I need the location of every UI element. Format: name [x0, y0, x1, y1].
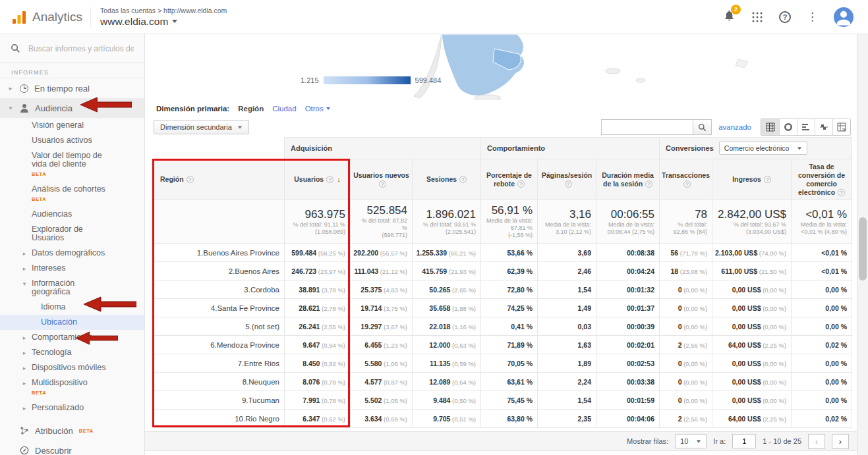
- sidebar-item-audiencias[interactable]: Audiencias: [0, 207, 144, 222]
- property-selector[interactable]: www.eldia.com: [100, 16, 227, 28]
- region-name[interactable]: (not set): [252, 323, 279, 331]
- sidebar-item-atribucion[interactable]: AtribuciónBETA: [0, 421, 144, 441]
- sidebar-item-multidispositivo[interactable]: ▸MultidispositivoBETA: [0, 375, 144, 400]
- sidebar-item-info-geografica[interactable]: ▾Información geográfica: [0, 276, 144, 300]
- prev-page-button[interactable]: ‹: [808, 434, 825, 449]
- goto-label: Ir a:: [713, 437, 726, 445]
- sidebar-item-audiencia[interactable]: ▾ Audiencia: [0, 98, 144, 118]
- cell-new_users: 292.200 (55,57 %): [351, 244, 413, 262]
- table-row: 6.Mendoza Province9.647 (0,94 %)6.455 (1…: [154, 336, 852, 354]
- view-percentage-icon[interactable]: [779, 119, 797, 135]
- advanced-link[interactable]: avanzado: [718, 123, 751, 131]
- kebab-menu-icon[interactable]: ⋮: [807, 11, 818, 23]
- dimension-region[interactable]: Región: [238, 105, 264, 113]
- secondary-dimension-button[interactable]: Dimensión secundaria: [154, 120, 249, 134]
- sidebar-search[interactable]: [0, 34, 144, 63]
- region-name[interactable]: Rio Negro: [245, 415, 279, 423]
- help-icon[interactable]: ?: [779, 11, 791, 23]
- cell-transactions: 0 (0,00 %): [660, 299, 712, 317]
- search-icon: [11, 43, 20, 53]
- region-name[interactable]: Neuquen: [248, 378, 279, 386]
- col-tasa-conversion[interactable]: Tasa de conversión de comercio electróni…: [792, 159, 852, 200]
- goto-page-input[interactable]: [732, 434, 756, 448]
- cell-bounce: 0,41 %: [481, 317, 538, 336]
- view-pivot-icon[interactable]: [832, 119, 850, 135]
- region-cell: 9.Tucuman: [154, 391, 285, 410]
- sidebar-item-realtime[interactable]: ▸ En tiempo real: [0, 78, 144, 98]
- col-sesiones[interactable]: Sesiones?: [413, 159, 481, 200]
- region-name[interactable]: Buenos Aires Province: [203, 249, 279, 257]
- sort-desc-icon: ↓: [337, 175, 341, 183]
- geo-map: 1.215 599.484: [145, 34, 857, 100]
- col-transacciones[interactable]: Transacciones?: [660, 159, 712, 200]
- sidebar-item-demograficos[interactable]: ▸Datos demográficos: [0, 246, 144, 261]
- sidebar-item-tecnologia[interactable]: ▸Tecnología: [0, 345, 144, 360]
- cell-sessions: 22.018 (1,16 %): [413, 317, 481, 336]
- region-name[interactable]: Santa Fe Province: [217, 304, 279, 312]
- sidebar-item-comportamiento[interactable]: ▸Comportamiento: [0, 330, 144, 345]
- col-paginas-sesion[interactable]: Páginas/sesión?: [538, 159, 596, 200]
- col-usuarios[interactable]: Usuarios?↓: [285, 159, 351, 200]
- col-ingresos[interactable]: Ingresos?: [712, 159, 792, 200]
- avatar[interactable]: [834, 7, 854, 27]
- sidebar-search-input[interactable]: [28, 44, 134, 53]
- cell-transactions: 0 (0,00 %): [660, 354, 712, 373]
- region-name[interactable]: Buenos Aires: [235, 267, 279, 275]
- col-region[interactable]: Región?: [154, 159, 285, 200]
- breadcrumb[interactable]: Todas las cuentas > http://www.eldia.com: [100, 7, 227, 14]
- region-cell: 6.Mendoza Province: [154, 336, 285, 354]
- cell-bounce: 63,80 %: [481, 410, 538, 428]
- help-icon: ?: [764, 176, 771, 183]
- apps-grid-icon[interactable]: [751, 11, 763, 23]
- view-table-icon[interactable]: [761, 119, 779, 135]
- sidebar-item-descubrir[interactable]: Descubrir: [0, 441, 144, 455]
- region-name[interactable]: Entre Rios: [244, 360, 279, 367]
- view-switcher: [761, 119, 851, 136]
- scrollbar-thumb[interactable]: [859, 217, 867, 281]
- summary-sessions: 1.896.021% del total: 93,61 %(2.025.541): [413, 200, 481, 244]
- dimension-ciudad[interactable]: Ciudad: [272, 105, 296, 113]
- region-name[interactable]: Mendoza Province: [217, 341, 279, 349]
- help-icon: ?: [838, 189, 845, 196]
- cell-transactions: 0 (0,00 %): [660, 391, 712, 410]
- sidebar-item-dispositivos[interactable]: ▸Dispositivos móviles: [0, 360, 144, 375]
- view-comparison-icon[interactable]: [815, 119, 832, 135]
- sidebar-item-idioma[interactable]: Idioma: [0, 300, 144, 315]
- sidebar-item-intereses[interactable]: ▸Intereses: [0, 261, 144, 276]
- clock-icon: [20, 84, 28, 93]
- sidebar-item-vision-general[interactable]: Visión general: [0, 118, 144, 133]
- ecommerce-selector[interactable]: Comercio electrónico: [719, 142, 808, 155]
- cell-revenue: 0,00 US$ (0,00 %): [712, 281, 792, 299]
- map-argentina[interactable]: [395, 34, 791, 100]
- sidebar-item-valor-tiempo[interactable]: Valor del tiempo de vida del clienteBETA: [0, 148, 144, 182]
- cell-revenue: 611,00 US$ (21,50 %): [712, 262, 792, 281]
- next-page-button[interactable]: ›: [832, 434, 849, 449]
- col-rebote[interactable]: Porcentaje de rebote?: [481, 159, 538, 200]
- summary-users: 963.975% del total: 91,11 %(1.058.089): [285, 200, 351, 244]
- group-comportamiento: Comportamiento: [481, 138, 660, 159]
- region-name[interactable]: Tucuman: [248, 396, 279, 404]
- table-search-button[interactable]: [693, 119, 712, 135]
- sidebar-item-ubicacion[interactable]: Ubicación: [0, 315, 144, 330]
- sidebar-item-explorador[interactable]: Explorador de Usuarios: [0, 222, 144, 246]
- expand-icon: ▸: [21, 349, 28, 358]
- cell-duration: 00:04:24: [596, 262, 660, 281]
- sidebar-item-cohortes[interactable]: Análisis de cohortesBETA: [0, 182, 144, 207]
- view-performance-icon[interactable]: [797, 119, 815, 135]
- analytics-logo-wrap[interactable]: Analytics: [0, 10, 90, 24]
- expand-icon: ▸: [21, 265, 28, 273]
- vertical-scrollbar[interactable]: [857, 34, 868, 455]
- sidebar-item-personalizado[interactable]: ▸Personalizado: [0, 400, 144, 415]
- rows-per-page-select[interactable]: 10: [675, 434, 707, 448]
- table-search-input[interactable]: [601, 119, 693, 135]
- summary-revenue: 2.842,00 US$% del total: 93,67 %(3.034,0…: [712, 200, 792, 244]
- dimension-otros[interactable]: Otros: [305, 105, 330, 113]
- notifications-button[interactable]: 2: [723, 9, 736, 24]
- expand-icon: ▸: [21, 250, 28, 258]
- region-name[interactable]: Cordoba: [250, 286, 279, 294]
- table-body: 963.975% del total: 91,11 %(1.058.089) 5…: [154, 200, 852, 428]
- property-name: www.eldia.com: [100, 16, 168, 28]
- sidebar-item-usuarios-activos[interactable]: Usuarios activos: [0, 133, 144, 148]
- col-usuarios-nuevos[interactable]: Usuarios nuevos?: [351, 159, 413, 200]
- col-duracion[interactable]: Duración media de la sesión?: [596, 159, 660, 200]
